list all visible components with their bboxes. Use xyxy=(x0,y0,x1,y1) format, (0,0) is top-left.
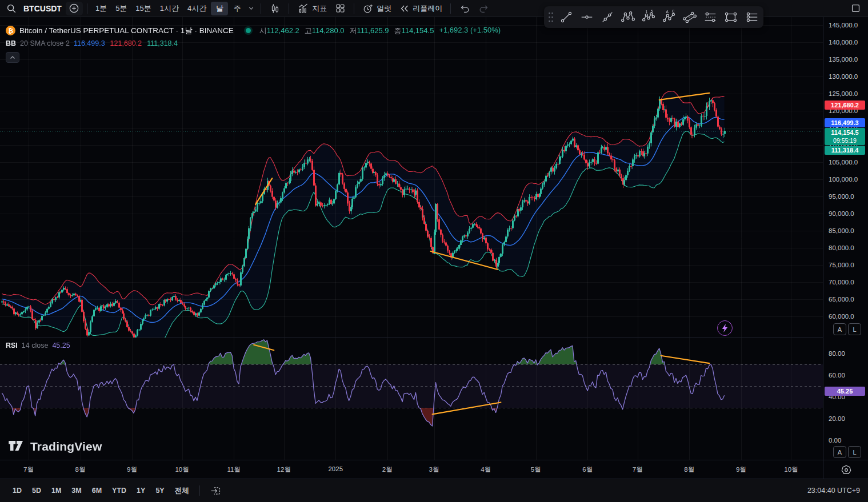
symbol-title[interactable]: Bitcoin / TetherUS PERPETUAL CONTRACT · … xyxy=(19,26,234,36)
range-YTD[interactable]: YTD xyxy=(107,484,131,497)
time-axis[interactable]: 7월8월9월10월11월12월20252월3월4월5월6월7월8월9월10월 xyxy=(0,460,823,479)
timeframe-5분[interactable]: 5분 xyxy=(111,2,131,15)
rectangle-icon[interactable] xyxy=(721,8,741,26)
bb-values: 116,499.3121,680.2111,318.4 xyxy=(74,39,178,47)
time-label: 11월 xyxy=(227,465,240,474)
indicator-templates-button[interactable] xyxy=(331,2,350,15)
time-label: 3월 xyxy=(429,465,439,474)
axis-settings-corner[interactable] xyxy=(823,460,868,479)
undo-button[interactable] xyxy=(455,2,474,15)
price-tick: 85,000.0 xyxy=(829,227,854,234)
price-tick: 75,000.0 xyxy=(829,262,854,268)
timeframe-group: 1분5분15분1시간4시간날주 xyxy=(91,2,246,15)
chart-style-button[interactable] xyxy=(265,2,285,15)
time-label: 8월 xyxy=(75,465,86,474)
timeframe-4시간[interactable]: 4시간 xyxy=(183,2,210,15)
price-tick: 130,000.0 xyxy=(829,73,858,80)
price-tick: 100,000.0 xyxy=(829,176,858,183)
alert-button[interactable]: 얼럿 xyxy=(358,2,395,15)
range-1D[interactable]: 1D xyxy=(8,484,26,497)
ohlc-label: 시 xyxy=(259,26,267,35)
bb-legend-row[interactable]: BB 20 SMA close 2 116,499.3121,680.2111,… xyxy=(6,38,501,49)
compare-add-button[interactable] xyxy=(66,2,83,15)
timeframe-menu-chevron[interactable] xyxy=(246,2,257,15)
extended-line-icon[interactable] xyxy=(597,8,618,26)
abc-correction-icon[interactable]: AC xyxy=(659,8,679,26)
time-label: 10월 xyxy=(784,465,798,474)
watermark-text: TradingView xyxy=(30,440,102,453)
symbol-name: BTCUSDT xyxy=(23,4,62,13)
svg-text:C: C xyxy=(672,10,675,13)
fullscreen-icon[interactable] xyxy=(847,2,865,15)
ohlc-value: 114,154.5 xyxy=(402,26,434,35)
tradingview-watermark[interactable]: TradingView xyxy=(8,440,102,453)
legend-collapse-button[interactable] xyxy=(6,52,19,63)
rsi-indicator-params: 14 close xyxy=(22,342,49,350)
goto-date-button[interactable] xyxy=(206,484,226,497)
price-tick: 65,000.0 xyxy=(829,296,854,303)
rsi-tick: 0.00 xyxy=(829,437,841,444)
time-label: 2025 xyxy=(328,465,343,472)
range-1M[interactable]: 1M xyxy=(47,484,66,497)
clock-timezone[interactable]: 23:04:40 UTC+9 xyxy=(807,487,860,495)
replay-button[interactable]: 리플레이 xyxy=(395,2,446,15)
parallel-channel-icon[interactable] xyxy=(679,8,700,26)
horizontal-line-icon[interactable] xyxy=(577,8,597,26)
time-label: 6월 xyxy=(582,465,593,474)
time-label: 7월 xyxy=(633,465,643,474)
ohlc-item: 저111,625.9 xyxy=(350,26,389,36)
rsi-tick: 80.00 xyxy=(829,350,845,357)
elliott-wave-icon[interactable]: 15 xyxy=(638,8,659,26)
replay-label: 리플레이 xyxy=(413,3,442,14)
range-5D[interactable]: 5D xyxy=(27,484,46,497)
price-auto-scale-button[interactable]: A xyxy=(833,323,846,335)
price-log-scale-button[interactable]: L xyxy=(848,323,861,335)
time-label: 2월 xyxy=(382,465,393,474)
rsi-legend-row[interactable]: RSI 14 close 45.25 xyxy=(6,342,70,350)
ohlc-value: 112,462.2 xyxy=(267,26,299,35)
indicators-button[interactable]: 지표 xyxy=(293,2,331,15)
drag-handle-icon[interactable] xyxy=(546,8,556,26)
range-5Y[interactable]: 5Y xyxy=(151,484,169,497)
timeframe-날[interactable]: 날 xyxy=(211,2,228,15)
market-status-icon[interactable] xyxy=(246,28,251,33)
timeframe-1시간[interactable]: 1시간 xyxy=(156,2,183,15)
bb-value: 111,318.4 xyxy=(147,39,178,47)
range-6M[interactable]: 6M xyxy=(87,484,106,497)
price-tick: 125,000.0 xyxy=(829,90,858,97)
toolbar-divider xyxy=(354,3,354,14)
svg-text:A: A xyxy=(666,10,669,14)
ohlc-item: 종114,154.5 xyxy=(394,26,434,36)
bitcoin-icon: ₿ xyxy=(6,26,15,35)
timeframe-15분[interactable]: 15분 xyxy=(131,2,155,15)
ohlc-value: 114,280.0 xyxy=(312,26,345,35)
ohlc-value: 111,625.9 xyxy=(357,26,389,35)
change-value: +1,692.3 (+1.50%) xyxy=(439,26,501,36)
rsi-value-badge: 45.25 xyxy=(825,387,865,396)
chart-canvas[interactable] xyxy=(0,17,823,460)
bottom-toolbar: 1D5D1M3M6MYTD1Y5Y전체 23:04:40 UTC+9 xyxy=(0,479,868,502)
symbol-button[interactable]: BTCUSDT xyxy=(19,2,66,15)
timeframe-주[interactable]: 주 xyxy=(229,2,246,15)
timeframe-1분[interactable]: 1분 xyxy=(91,2,111,15)
lightning-icon[interactable] xyxy=(717,320,733,336)
toolbar-divider xyxy=(450,3,451,14)
bb-lower-badge: 111,318.4 xyxy=(825,146,865,155)
price-axis-buttons: AL xyxy=(833,323,861,335)
range-전체[interactable]: 전체 xyxy=(170,484,194,497)
price-tick: 145,000.0 xyxy=(829,22,858,29)
price-axis[interactable]: 145,000.0140,000.0135,000.0130,000.0125,… xyxy=(823,17,868,460)
fib-retracement-icon[interactable] xyxy=(700,8,721,26)
rsi-log-scale-button[interactable]: L xyxy=(848,446,861,458)
symbol-search-icon[interactable] xyxy=(3,0,19,18)
rsi-auto-scale-button[interactable]: A xyxy=(833,446,846,458)
trend-line-icon[interactable] xyxy=(556,8,577,26)
range-3M[interactable]: 3M xyxy=(67,484,86,497)
redo-button[interactable] xyxy=(474,2,494,15)
indicators-label: 지표 xyxy=(312,3,327,14)
range-1Y[interactable]: 1Y xyxy=(132,484,150,497)
toolbar-divider xyxy=(199,485,200,496)
xabcd-pattern-icon[interactable] xyxy=(618,8,638,26)
horizontal-rays-icon[interactable] xyxy=(741,8,762,26)
price-tick: 80,000.0 xyxy=(829,244,854,251)
